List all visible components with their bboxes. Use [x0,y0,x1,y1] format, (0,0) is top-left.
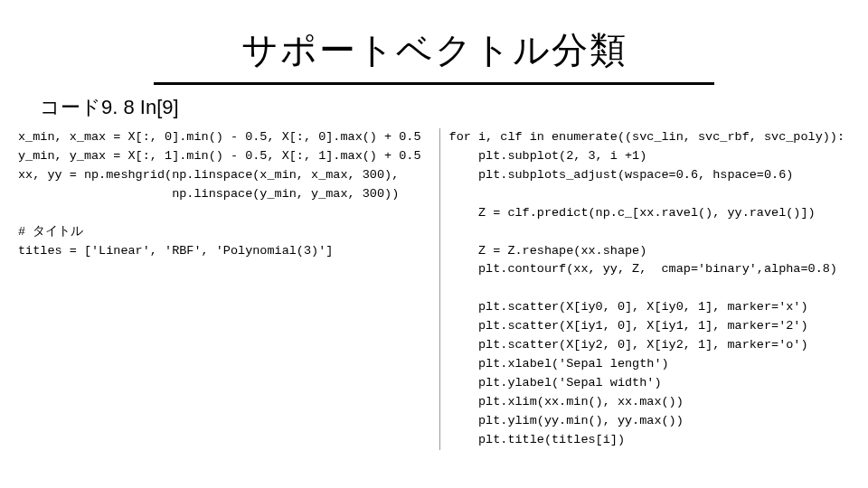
code-block-left: x_min, x_max = X[:, 0].min() - 0.5, X[:,… [18,128,427,450]
code-block-right: for i, clf in enumerate((svc_lin, svc_rb… [439,128,844,450]
page-title: サポートベクトル分類 [154,25,714,85]
code-columns: x_min, x_max = X[:, 0].min() - 0.5, X[:,… [16,128,852,450]
slide-page: サポートベクトル分類 コード9. 8 In[9] x_min, x_max = … [0,0,868,488]
code-caption: コード9. 8 In[9] [40,94,852,121]
